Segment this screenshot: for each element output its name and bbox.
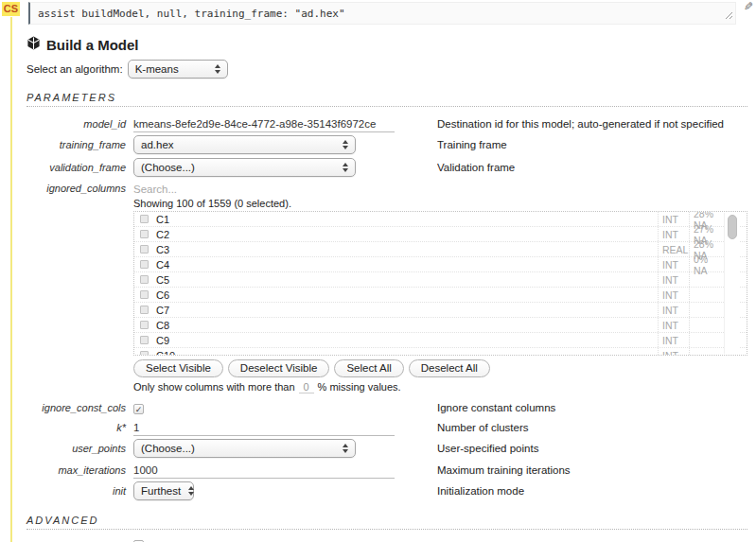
column-row[interactable]: C9INT xyxy=(134,333,747,348)
ignore-const-cols-desc: Ignore constant columns xyxy=(437,402,747,413)
column-type: REAL xyxy=(658,242,689,256)
column-na: 0% NA xyxy=(689,257,724,271)
k-label: k* xyxy=(26,422,126,433)
column-type: INT xyxy=(658,303,689,317)
select-arrows-icon xyxy=(343,140,348,149)
column-row[interactable]: C3REAL28% NA xyxy=(134,242,747,257)
column-checkbox[interactable] xyxy=(140,321,149,329)
validation-frame-desc: Validation frame xyxy=(437,162,747,173)
column-na xyxy=(689,333,724,347)
column-checkbox[interactable] xyxy=(140,215,149,223)
column-row[interactable]: C4INT0% NA xyxy=(134,257,747,272)
training-frame-select[interactable]: ad.hex xyxy=(133,135,356,154)
user-points-label: user_points xyxy=(26,443,126,454)
select-visible-button[interactable]: Select Visible xyxy=(133,359,223,377)
select-arrows-icon xyxy=(343,163,348,172)
column-name: C9 xyxy=(156,335,658,346)
model-id-label: model_id xyxy=(26,118,126,130)
column-na xyxy=(689,348,724,356)
cube-icon xyxy=(26,36,41,54)
columns-list: C1INT28% NA C2INT27% NA C3REAL28% NA C4I… xyxy=(133,211,747,356)
build-model-form: Build a Model Select an algorithm: K-mea… xyxy=(26,0,747,542)
column-name: C1 xyxy=(156,214,658,225)
max-iterations-label: max_iterations xyxy=(26,464,126,476)
column-row[interactable]: C6INT xyxy=(134,288,747,303)
column-name: C4 xyxy=(156,259,658,271)
columns-summary: Showing 100 of 1559 (0 selected). xyxy=(133,197,747,211)
cell-left-indicator xyxy=(10,17,12,542)
cell-prompt-badge: CS xyxy=(2,2,20,16)
column-checkbox[interactable] xyxy=(140,245,149,254)
training-frame-label: training_frame xyxy=(26,139,126,150)
columns-scrollbar[interactable] xyxy=(724,213,739,354)
column-type: INT xyxy=(658,318,689,332)
column-checkbox[interactable] xyxy=(140,306,149,314)
column-row[interactable]: C5INT xyxy=(134,272,747,288)
k-input[interactable] xyxy=(133,421,395,436)
ignored-columns-label: ignored_columns xyxy=(26,183,126,194)
scrollbar-thumb[interactable] xyxy=(728,215,737,239)
column-na xyxy=(689,272,724,287)
init-desc: Initialization mode xyxy=(437,485,747,497)
user-points-desc: User-specified points xyxy=(437,443,747,454)
column-na xyxy=(689,288,724,302)
validation-frame-label: validation_frame xyxy=(26,162,126,173)
column-checkbox[interactable] xyxy=(140,260,149,269)
training-frame-desc: Training frame xyxy=(437,139,747,150)
ignored-columns-widget: Showing 100 of 1559 (0 selected). C1INT2… xyxy=(133,197,747,393)
column-type: INT xyxy=(658,257,689,271)
column-row[interactable]: C2INT27% NA xyxy=(134,227,747,242)
select-arrows-icon xyxy=(188,486,194,496)
column-na xyxy=(689,303,724,317)
max-iterations-input[interactable] xyxy=(133,463,395,479)
column-checkbox[interactable] xyxy=(140,336,149,344)
column-row[interactable]: C8INT xyxy=(134,318,747,333)
column-type: INT xyxy=(658,212,689,226)
init-select[interactable]: Furthest xyxy=(133,481,194,500)
ignore-const-cols-checkbox[interactable]: ✓ xyxy=(133,404,144,414)
column-checkbox[interactable] xyxy=(140,275,149,284)
init-selected-value: Furthest xyxy=(141,485,181,497)
column-type: INT xyxy=(658,227,689,241)
validation-frame-selected-value: (Choose...) xyxy=(141,162,195,173)
column-row[interactable]: C1INT28% NA xyxy=(134,212,747,227)
column-row[interactable]: C7INT xyxy=(134,303,747,318)
column-name: C7 xyxy=(156,305,658,316)
algorithm-select[interactable]: K-means xyxy=(128,60,228,79)
algorithm-selected-value: K-means xyxy=(135,63,179,75)
section-parameters: PARAMETERS xyxy=(26,92,747,107)
column-name: C6 xyxy=(156,289,658,301)
column-name: C10 xyxy=(156,350,658,357)
columns-search-input[interactable] xyxy=(133,182,395,197)
filter-text-after: % missing values. xyxy=(318,381,401,393)
missing-values-input[interactable] xyxy=(299,381,314,393)
filter-text-before: Only show columns with more than xyxy=(133,381,295,393)
model-id-desc: Destination id for this model; auto-gene… xyxy=(437,118,747,130)
column-checkbox[interactable] xyxy=(140,230,149,238)
column-type: INT xyxy=(658,288,689,302)
column-type: INT xyxy=(658,333,689,347)
max-iterations-desc: Maximum training iterations xyxy=(437,464,747,476)
deselect-all-button[interactable]: Deselect All xyxy=(409,359,490,377)
user-points-selected-value: (Choose...) xyxy=(141,443,195,454)
column-type: INT xyxy=(658,272,689,287)
column-checkbox[interactable] xyxy=(140,290,149,299)
select-all-button[interactable]: Select All xyxy=(334,359,403,377)
section-advanced: ADVANCED xyxy=(26,515,747,530)
init-label: init xyxy=(26,485,126,497)
validation-frame-select[interactable]: (Choose...) xyxy=(133,158,356,177)
column-type: INT xyxy=(658,348,689,356)
user-points-select[interactable]: (Choose...) xyxy=(133,439,356,458)
column-row[interactable]: C10INT xyxy=(134,348,747,356)
model-header: Build a Model xyxy=(26,36,747,54)
model-id-input[interactable] xyxy=(133,117,395,132)
column-name: C3 xyxy=(156,244,658,255)
select-arrows-icon xyxy=(343,444,348,453)
deselect-visible-button[interactable]: Deselect Visible xyxy=(228,359,330,377)
algorithm-label: Select an algorithm: xyxy=(26,63,123,75)
h2o-flow-build-model-page: CS assist buildModel, null, training_fra… xyxy=(0,0,756,542)
ignore-const-cols-label: ignore_const_cols xyxy=(26,402,126,413)
column-name: C5 xyxy=(156,274,658,286)
page-title: Build a Model xyxy=(46,37,139,53)
column-checkbox[interactable] xyxy=(140,351,149,356)
